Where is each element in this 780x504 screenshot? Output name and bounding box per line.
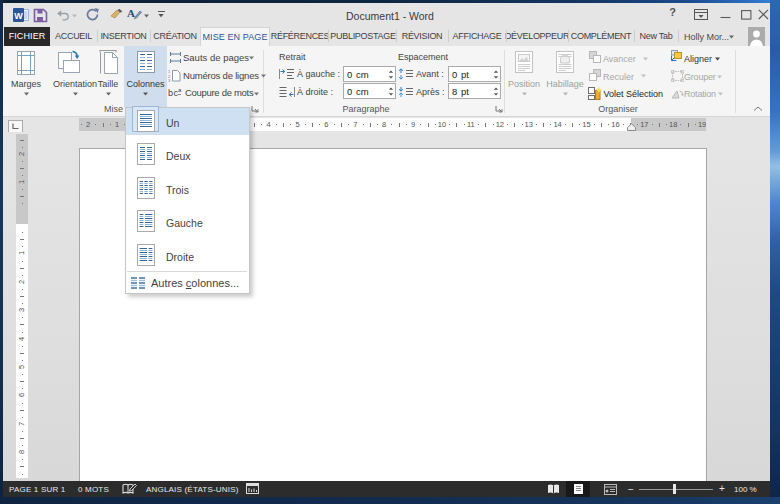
svg-text:W: W bbox=[14, 11, 23, 21]
svg-text:?: ? bbox=[669, 6, 676, 18]
svg-text:A: A bbox=[127, 7, 135, 19]
svg-text:a: a bbox=[178, 87, 182, 93]
svg-text:b: b bbox=[168, 88, 173, 98]
svg-text:3: 3 bbox=[168, 78, 171, 83]
